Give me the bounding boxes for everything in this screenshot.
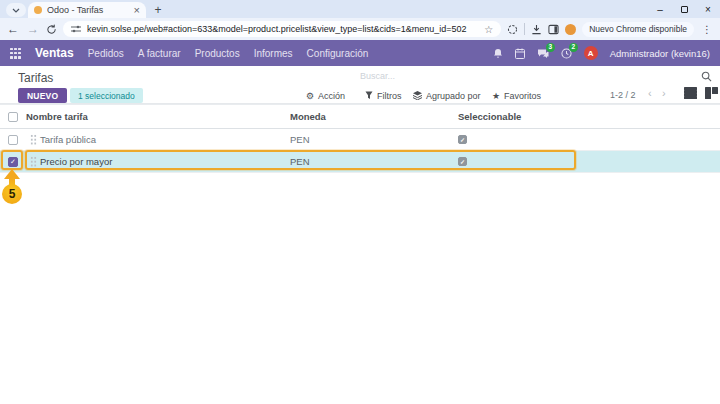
- pager-previous-icon[interactable]: ‹: [648, 87, 652, 99]
- apps-menu-icon[interactable]: [10, 48, 21, 59]
- favorites-button[interactable]: ★ Favoritos: [492, 88, 541, 103]
- window-controls: – ×: [648, 0, 720, 18]
- refresh-button[interactable]: [46, 24, 57, 35]
- nav-item-informes[interactable]: Informes: [254, 48, 293, 59]
- back-button[interactable]: ←: [6, 22, 20, 36]
- forward-button[interactable]: →: [26, 22, 40, 36]
- search-input[interactable]: [360, 71, 701, 81]
- activities-clock-icon[interactable]: 2: [561, 48, 572, 59]
- chevron-down-icon: [12, 8, 20, 13]
- filters-label: Filtros: [377, 91, 402, 101]
- chrome-update-label: Nuevo Chrome disponible: [589, 24, 687, 34]
- group-by-label: Agrupado por: [426, 91, 481, 101]
- url-text[interactable]: kevin.solse.pe/web#action=633&model=prod…: [87, 24, 478, 34]
- user-avatar[interactable]: A: [584, 46, 598, 60]
- row-checkbox[interactable]: [8, 157, 18, 167]
- column-header-seleccionable[interactable]: Seleccionable: [458, 111, 720, 122]
- group-by-button[interactable]: Agrupado por: [413, 88, 481, 103]
- page-title[interactable]: Tarifas: [18, 71, 53, 85]
- calendar-icon[interactable]: [515, 48, 525, 59]
- cell-moneda[interactable]: PEN: [290, 134, 458, 145]
- action-menu-button[interactable]: ⚙ Acción: [306, 88, 345, 103]
- column-header-moneda[interactable]: Moneda: [290, 111, 458, 122]
- site-settings-tune-icon[interactable]: [71, 25, 81, 33]
- cell-nombre-tarifa[interactable]: Tarifa pública: [40, 134, 290, 145]
- tab-list-chevron-button[interactable]: [6, 3, 26, 17]
- filter-funnel-icon: [365, 91, 373, 100]
- user-menu[interactable]: Administrador (kevin16): [610, 48, 710, 59]
- nav-item-a-facturar[interactable]: A facturar: [138, 48, 181, 59]
- side-panel-icon[interactable]: [548, 24, 559, 35]
- drag-handle-icon[interactable]: [30, 134, 37, 145]
- seleccionable-checkbox: [458, 157, 467, 166]
- tab-groups-icon[interactable]: [507, 24, 518, 35]
- url-bar[interactable]: kevin.solse.pe/web#action=633&model=prod…: [63, 21, 501, 37]
- annotation-arrow-shaft: [9, 178, 15, 188]
- drag-handle-icon[interactable]: [30, 156, 37, 167]
- tab-title: Odoo - Tarifas: [47, 5, 129, 15]
- toolbar-divider: [524, 23, 525, 35]
- bell-icon[interactable]: [493, 48, 503, 59]
- pager-range: 1-2 / 2: [610, 90, 636, 100]
- maximize-button[interactable]: [672, 0, 696, 18]
- close-window-button[interactable]: ×: [696, 0, 720, 18]
- browser-toolbar: ← → kevin.solse.pe/web#action=633&model=…: [0, 18, 720, 40]
- annotation-step-marker: 5: [2, 184, 22, 204]
- table-row-selected[interactable]: Precio por mayor PEN: [0, 151, 720, 173]
- cell-nombre-tarifa[interactable]: Precio por mayor: [40, 156, 290, 167]
- favorites-label: Favoritos: [504, 91, 541, 101]
- view-switcher: [684, 87, 718, 99]
- selected-count-badge[interactable]: 1 seleccionado: [70, 88, 143, 103]
- list-view-icon[interactable]: [684, 87, 697, 99]
- pager-next-icon[interactable]: ›: [662, 87, 666, 99]
- kanban-view-icon[interactable]: [705, 87, 718, 99]
- control-panel: Tarifas NUEVO 1 seleccionado ⚙ Acción Fi…: [0, 66, 720, 104]
- systray: 3 2 A Administrador (kevin16): [493, 46, 710, 60]
- row-checkbox[interactable]: [8, 135, 18, 145]
- search-icon[interactable]: [701, 71, 712, 82]
- activities-badge: 2: [569, 43, 578, 53]
- column-header-nombre-tarifa[interactable]: Nombre tarifa: [26, 111, 290, 122]
- browser-tab[interactable]: Odoo - Tarifas ×: [28, 2, 146, 18]
- seleccionable-checkbox: [458, 135, 467, 144]
- odoo-favicon: [34, 6, 42, 14]
- bookmark-star-icon[interactable]: ☆: [484, 24, 493, 35]
- nav-item-configuracion[interactable]: Configuración: [307, 48, 369, 59]
- browser-window: Odoo - Tarifas × + – × ← → kevin.solse.p…: [0, 0, 720, 404]
- table-row[interactable]: Tarifa pública PEN: [0, 129, 720, 151]
- action-label: Acción: [318, 91, 345, 101]
- messages-icon[interactable]: 3: [537, 48, 549, 59]
- cell-moneda[interactable]: PEN: [290, 156, 458, 167]
- tab-strip: Odoo - Tarifas × + – ×: [0, 0, 720, 18]
- filters-button[interactable]: Filtros: [365, 88, 402, 103]
- nav-item-productos[interactable]: Productos: [195, 48, 240, 59]
- layers-icon: [413, 91, 422, 100]
- search-bar: [360, 68, 712, 84]
- minimize-button[interactable]: –: [648, 0, 672, 18]
- table-header-row: Nombre tarifa Moneda Seleccionable: [0, 105, 720, 129]
- gear-icon: ⚙: [306, 91, 314, 101]
- nav-item-pedidos[interactable]: Pedidos: [88, 48, 124, 59]
- extension-icon[interactable]: [565, 24, 576, 35]
- browser-menu-icon[interactable]: ⋮: [700, 24, 714, 35]
- pricelist-table: Nombre tarifa Moneda Seleccionable Tarif…: [0, 104, 720, 173]
- odoo-navbar: Ventas Pedidos A facturar Productos Info…: [0, 40, 720, 66]
- tab-close-icon[interactable]: ×: [134, 5, 140, 16]
- downloads-icon[interactable]: [531, 24, 542, 35]
- maximize-icon: [681, 6, 688, 13]
- select-all-checkbox[interactable]: [8, 112, 18, 122]
- new-button[interactable]: NUEVO: [18, 88, 67, 103]
- chrome-update-pill[interactable]: Nuevo Chrome disponible: [582, 22, 694, 37]
- new-tab-button[interactable]: +: [150, 2, 166, 18]
- app-name-ventas[interactable]: Ventas: [35, 46, 74, 60]
- messages-badge: 3: [546, 43, 555, 53]
- star-icon: ★: [492, 91, 500, 101]
